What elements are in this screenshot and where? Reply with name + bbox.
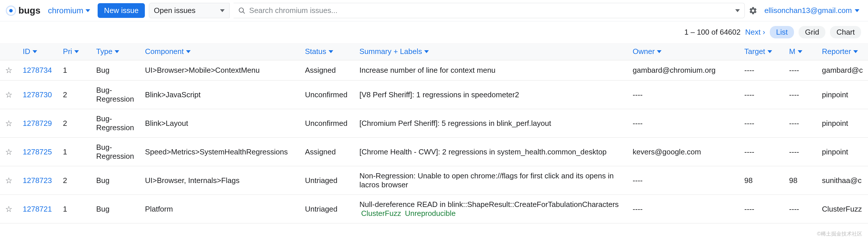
cell-m: ---- — [784, 138, 817, 166]
cell-target: ---- — [739, 81, 784, 109]
cell-status: Assigned — [300, 60, 354, 81]
star-icon[interactable]: ☆ — [5, 148, 12, 156]
filter-dropdown[interactable]: Open issues — [149, 3, 229, 18]
cell-summary: [Chrome Health - CWV]: 2 regressions in … — [354, 138, 627, 166]
cell-pri: 2 — [58, 81, 91, 109]
project-dropdown[interactable]: chromium — [44, 4, 94, 18]
star-icon[interactable]: ☆ — [5, 205, 12, 214]
view-chart-button[interactable]: Chart — [830, 26, 861, 38]
search-input[interactable] — [249, 6, 732, 15]
cell-target: ---- — [739, 60, 784, 81]
logo-icon — [6, 5, 16, 16]
cell-status: Untriaged — [300, 195, 354, 223]
cell-reporter: gambard@c — [817, 60, 868, 81]
issue-id-link[interactable]: 1278730 — [23, 90, 52, 99]
col-pri[interactable]: Pri — [58, 43, 91, 60]
issue-id-link[interactable]: 1278729 — [23, 119, 52, 128]
cell-owner: ---- — [627, 109, 739, 138]
cell-owner: ---- — [627, 81, 739, 109]
issues-table: ID Pri Type Component Status Summary + L… — [0, 43, 868, 223]
gear-icon[interactable] — [749, 6, 757, 15]
col-m[interactable]: M — [784, 43, 817, 60]
cell-target: 98 — [739, 166, 784, 195]
cell-component: Blink>Layout — [140, 109, 300, 138]
issues-table-wrap: ID Pri Type Component Status Summary + L… — [0, 43, 868, 223]
table-row[interactable]: ☆ 1278734 1 Bug UI>Browser>Mobile>Contex… — [0, 60, 868, 81]
issue-label[interactable]: Unreproducible — [405, 209, 456, 218]
table-row[interactable]: ☆ 1278721 1 Bug Platform Untriaged Null-… — [0, 195, 868, 223]
cell-summary: [Chromium Perf Sheriff]: 5 regressions i… — [354, 109, 627, 138]
cell-owner: ---- — [627, 195, 739, 223]
view-list-button[interactable]: List — [770, 26, 794, 38]
table-row[interactable]: ☆ 1278730 2 Bug-Regression Blink>JavaScr… — [0, 81, 868, 109]
cell-component: UI>Browser>Mobile>ContextMenu — [140, 60, 300, 81]
issue-id-link[interactable]: 1278725 — [23, 148, 52, 156]
cell-owner: ---- — [627, 166, 739, 195]
cell-owner: gambard@chromium.org — [627, 60, 739, 81]
cell-pri: 1 — [58, 195, 91, 223]
cell-status: Unconfirmed — [300, 109, 354, 138]
chevron-down-icon — [855, 9, 859, 12]
cell-m: ---- — [784, 60, 817, 81]
cell-target: ---- — [739, 138, 784, 166]
filter-label: Open issues — [154, 6, 195, 15]
cell-reporter: sunithaa@c — [817, 166, 868, 195]
cell-pri: 2 — [58, 166, 91, 195]
issue-id-link[interactable]: 1278734 — [23, 66, 52, 75]
star-icon[interactable]: ☆ — [5, 176, 12, 185]
star-icon[interactable]: ☆ — [5, 90, 12, 99]
user-dropdown[interactable]: ellisonchan13@gmail.com — [762, 6, 862, 15]
table-row[interactable]: ☆ 1278729 2 Bug-Regression Blink>Layout … — [0, 109, 868, 138]
col-reporter[interactable]: Reporter — [817, 43, 868, 60]
cell-component: Speed>Metrics>SystemHealthRegressions — [140, 138, 300, 166]
cell-m: 98 — [784, 166, 817, 195]
table-row[interactable]: ☆ 1278723 2 Bug UI>Browser, Internals>Fl… — [0, 166, 868, 195]
cell-type: Bug — [91, 60, 140, 81]
col-status[interactable]: Status — [300, 43, 354, 60]
cell-summary: [V8 Perf Sheriff]: 1 regressions in spee… — [354, 81, 627, 109]
chevron-down-icon[interactable] — [735, 9, 740, 12]
cell-m: ---- — [784, 195, 817, 223]
new-issue-button[interactable]: New issue — [98, 3, 145, 18]
cell-type: Bug — [91, 166, 140, 195]
cell-reporter: pinpoint — [817, 138, 868, 166]
cell-reporter: pinpoint — [817, 81, 868, 109]
view-grid-button[interactable]: Grid — [799, 26, 826, 38]
list-toolbar: 1 – 100 of 64602 Next › List Grid Chart — [0, 21, 868, 43]
issue-label[interactable]: ClusterFuzz — [361, 209, 401, 218]
cell-summary: Increase number of line for context menu — [354, 60, 627, 81]
issue-id-link[interactable]: 1278721 — [23, 205, 52, 213]
project-name: chromium — [48, 6, 83, 15]
next-page-link[interactable]: Next › — [745, 28, 765, 37]
cell-component: Blink>JavaScript — [140, 81, 300, 109]
cell-type: Bug-Regression — [91, 81, 140, 109]
cell-pri: 1 — [58, 138, 91, 166]
cell-pri: 1 — [58, 60, 91, 81]
cell-status: Assigned — [300, 138, 354, 166]
cell-m: ---- — [784, 109, 817, 138]
table-header-row: ID Pri Type Component Status Summary + L… — [0, 43, 868, 60]
col-target[interactable]: Target — [739, 43, 784, 60]
search-container — [234, 3, 745, 18]
cell-status: Untriaged — [300, 166, 354, 195]
col-star — [0, 43, 18, 60]
star-icon[interactable]: ☆ — [5, 66, 12, 75]
cell-type: Bug-Regression — [91, 109, 140, 138]
col-owner[interactable]: Owner — [627, 43, 739, 60]
svg-line-1 — [243, 11, 245, 14]
svg-point-0 — [239, 8, 244, 12]
logo[interactable]: bugs — [6, 5, 40, 16]
star-icon[interactable]: ☆ — [5, 119, 12, 128]
col-id[interactable]: ID — [18, 43, 58, 60]
table-row[interactable]: ☆ 1278725 1 Bug-Regression Speed>Metrics… — [0, 138, 868, 166]
col-type[interactable]: Type — [91, 43, 140, 60]
issue-id-link[interactable]: 1278723 — [23, 176, 52, 185]
header-bar: bugs chromium New issue Open issues elli… — [0, 0, 868, 21]
col-summary[interactable]: Summary + Labels — [354, 43, 627, 60]
col-component[interactable]: Component — [140, 43, 300, 60]
cell-pri: 2 — [58, 109, 91, 138]
cell-owner: kevers@google.com — [627, 138, 739, 166]
cell-reporter: ClusterFuzz — [817, 195, 868, 223]
cell-reporter: pinpoint — [817, 109, 868, 138]
cell-component: UI>Browser, Internals>Flags — [140, 166, 300, 195]
